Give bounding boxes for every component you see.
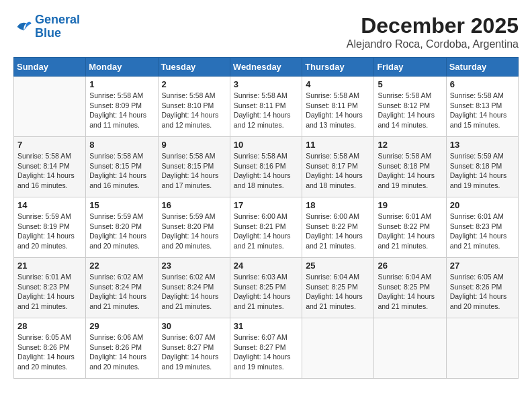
day-info: Sunrise: 5:58 AM Sunset: 8:13 PM Dayligh… — [450, 91, 515, 130]
day-cell — [302, 318, 374, 379]
day-info: Sunrise: 6:01 AM Sunset: 8:22 PM Dayligh… — [378, 212, 442, 251]
day-info: Sunrise: 6:07 AM Sunset: 8:27 PM Dayligh… — [162, 332, 226, 372]
day-info: Sunrise: 6:00 AM Sunset: 8:22 PM Dayligh… — [306, 212, 370, 251]
day-cell: 16Sunrise: 5:59 AM Sunset: 8:20 PM Dayli… — [158, 197, 230, 258]
day-number: 10 — [234, 140, 298, 150]
day-info: Sunrise: 5:58 AM Sunset: 8:14 PM Dayligh… — [17, 151, 82, 191]
calendar-table: SundayMondayTuesdayWednesdayThursdayFrid… — [13, 57, 519, 379]
day-info: Sunrise: 6:01 AM Sunset: 8:23 PM Dayligh… — [17, 272, 82, 312]
day-number: 25 — [306, 261, 370, 271]
day-info: Sunrise: 5:58 AM Sunset: 8:11 PM Dayligh… — [306, 91, 370, 130]
day-info: Sunrise: 6:06 AM Sunset: 8:26 PM Dayligh… — [89, 332, 154, 372]
day-cell: 9Sunrise: 5:58 AM Sunset: 8:15 PM Daylig… — [158, 137, 230, 197]
day-cell — [14, 77, 86, 137]
day-info: Sunrise: 5:58 AM Sunset: 8:16 PM Dayligh… — [234, 151, 298, 191]
day-cell: 18Sunrise: 6:00 AM Sunset: 8:22 PM Dayli… — [302, 197, 374, 258]
day-info: Sunrise: 5:58 AM Sunset: 8:17 PM Dayligh… — [306, 151, 370, 191]
day-number: 8 — [89, 140, 154, 150]
day-cell: 6Sunrise: 5:58 AM Sunset: 8:13 PM Daylig… — [446, 77, 518, 137]
day-cell: 21Sunrise: 6:01 AM Sunset: 8:23 PM Dayli… — [14, 258, 86, 318]
day-info: Sunrise: 5:58 AM Sunset: 8:09 PM Dayligh… — [89, 91, 154, 130]
day-cell: 1Sunrise: 5:58 AM Sunset: 8:09 PM Daylig… — [86, 77, 158, 137]
day-cell: 2Sunrise: 5:58 AM Sunset: 8:10 PM Daylig… — [158, 77, 230, 137]
day-number: 21 — [17, 261, 82, 271]
day-number: 28 — [17, 321, 82, 331]
header-cell-tuesday: Tuesday — [158, 58, 230, 77]
day-cell: 20Sunrise: 6:01 AM Sunset: 8:23 PM Dayli… — [446, 197, 518, 258]
header-cell-wednesday: Wednesday — [230, 58, 302, 77]
day-number: 3 — [234, 79, 298, 89]
day-number: 20 — [450, 200, 515, 210]
day-info: Sunrise: 6:00 AM Sunset: 8:21 PM Dayligh… — [234, 212, 298, 251]
day-info: Sunrise: 5:58 AM Sunset: 8:15 PM Dayligh… — [162, 151, 226, 191]
day-number: 9 — [162, 140, 226, 150]
day-number: 13 — [450, 140, 515, 150]
day-cell: 27Sunrise: 6:05 AM Sunset: 8:26 PM Dayli… — [446, 258, 518, 318]
day-info: Sunrise: 6:04 AM Sunset: 8:25 PM Dayligh… — [306, 272, 370, 312]
day-number: 7 — [17, 140, 82, 150]
day-info: Sunrise: 6:02 AM Sunset: 8:24 PM Dayligh… — [89, 272, 154, 312]
day-cell — [446, 318, 518, 379]
day-number: 6 — [450, 79, 515, 89]
day-cell: 29Sunrise: 6:06 AM Sunset: 8:26 PM Dayli… — [86, 318, 158, 379]
header-cell-saturday: Saturday — [446, 58, 518, 77]
day-number: 2 — [162, 79, 226, 89]
day-cell: 15Sunrise: 5:59 AM Sunset: 8:20 PM Dayli… — [86, 197, 158, 258]
day-info: Sunrise: 5:59 AM Sunset: 8:18 PM Dayligh… — [450, 151, 515, 191]
day-info: Sunrise: 6:05 AM Sunset: 8:26 PM Dayligh… — [17, 332, 82, 372]
header-cell-sunday: Sunday — [14, 58, 86, 77]
day-info: Sunrise: 5:59 AM Sunset: 8:19 PM Dayligh… — [17, 212, 82, 251]
day-info: Sunrise: 6:02 AM Sunset: 8:24 PM Dayligh… — [162, 272, 226, 312]
day-cell: 30Sunrise: 6:07 AM Sunset: 8:27 PM Dayli… — [158, 318, 230, 379]
day-cell: 3Sunrise: 5:58 AM Sunset: 8:11 PM Daylig… — [230, 77, 302, 137]
page-title: December 2025 — [347, 13, 519, 38]
header-cell-thursday: Thursday — [302, 58, 374, 77]
week-row-2: 7Sunrise: 5:58 AM Sunset: 8:14 PM Daylig… — [14, 137, 519, 197]
day-cell: 13Sunrise: 5:59 AM Sunset: 8:18 PM Dayli… — [446, 137, 518, 197]
day-info: Sunrise: 5:58 AM Sunset: 8:11 PM Dayligh… — [234, 91, 298, 130]
day-number: 22 — [89, 261, 154, 271]
day-info: Sunrise: 6:04 AM Sunset: 8:25 PM Dayligh… — [378, 272, 442, 312]
logo: General Blue — [13, 13, 80, 40]
day-number: 31 — [234, 321, 298, 331]
day-info: Sunrise: 6:01 AM Sunset: 8:23 PM Dayligh… — [450, 212, 515, 251]
day-number: 27 — [450, 261, 515, 271]
day-cell: 4Sunrise: 5:58 AM Sunset: 8:11 PM Daylig… — [302, 77, 374, 137]
day-cell: 25Sunrise: 6:04 AM Sunset: 8:25 PM Dayli… — [302, 258, 374, 318]
day-cell: 11Sunrise: 5:58 AM Sunset: 8:17 PM Dayli… — [302, 137, 374, 197]
day-cell: 7Sunrise: 5:58 AM Sunset: 8:14 PM Daylig… — [14, 137, 86, 197]
day-info: Sunrise: 6:03 AM Sunset: 8:25 PM Dayligh… — [234, 272, 298, 312]
day-cell: 12Sunrise: 5:58 AM Sunset: 8:18 PM Dayli… — [374, 137, 446, 197]
day-number: 15 — [89, 200, 154, 210]
header-cell-friday: Friday — [374, 58, 446, 77]
day-cell: 26Sunrise: 6:04 AM Sunset: 8:25 PM Dayli… — [374, 258, 446, 318]
day-info: Sunrise: 6:05 AM Sunset: 8:26 PM Dayligh… — [450, 272, 515, 312]
day-number: 12 — [378, 140, 442, 150]
day-number: 30 — [162, 321, 226, 331]
page-subtitle: Alejandro Roca, Cordoba, Argentina — [347, 38, 519, 50]
week-row-1: 1Sunrise: 5:58 AM Sunset: 8:09 PM Daylig… — [14, 77, 519, 137]
day-info: Sunrise: 5:58 AM Sunset: 8:10 PM Dayligh… — [162, 91, 226, 130]
day-cell: 28Sunrise: 6:05 AM Sunset: 8:26 PM Dayli… — [14, 318, 86, 379]
day-number: 4 — [306, 79, 370, 89]
day-number: 18 — [306, 200, 370, 210]
day-cell: 23Sunrise: 6:02 AM Sunset: 8:24 PM Dayli… — [158, 258, 230, 318]
day-cell: 22Sunrise: 6:02 AM Sunset: 8:24 PM Dayli… — [86, 258, 158, 318]
day-info: Sunrise: 5:58 AM Sunset: 8:18 PM Dayligh… — [378, 151, 442, 191]
week-row-4: 21Sunrise: 6:01 AM Sunset: 8:23 PM Dayli… — [14, 258, 519, 318]
day-cell: 19Sunrise: 6:01 AM Sunset: 8:22 PM Dayli… — [374, 197, 446, 258]
week-row-5: 28Sunrise: 6:05 AM Sunset: 8:26 PM Dayli… — [14, 318, 519, 379]
day-info: Sunrise: 5:59 AM Sunset: 8:20 PM Dayligh… — [162, 212, 226, 251]
day-cell: 8Sunrise: 5:58 AM Sunset: 8:15 PM Daylig… — [86, 137, 158, 197]
day-info: Sunrise: 6:07 AM Sunset: 8:27 PM Dayligh… — [234, 332, 298, 372]
logo-bird-icon — [13, 17, 32, 36]
day-number: 1 — [89, 79, 154, 89]
day-number: 29 — [89, 321, 154, 331]
header-cell-monday: Monday — [86, 58, 158, 77]
day-info: Sunrise: 5:58 AM Sunset: 8:15 PM Dayligh… — [89, 151, 154, 191]
week-row-3: 14Sunrise: 5:59 AM Sunset: 8:19 PM Dayli… — [14, 197, 519, 258]
day-number: 11 — [306, 140, 370, 150]
day-cell: 17Sunrise: 6:00 AM Sunset: 8:21 PM Dayli… — [230, 197, 302, 258]
day-number: 23 — [162, 261, 226, 271]
day-number: 19 — [378, 200, 442, 210]
